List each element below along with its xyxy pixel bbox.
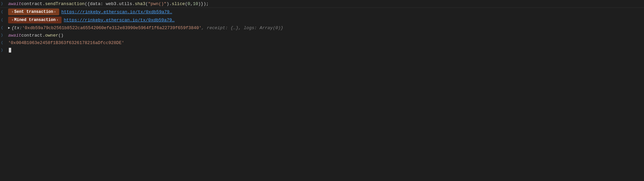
line-prefix-7: 〉 <box>0 48 7 52</box>
arrow-right-1: 〉 <box>1 2 3 6</box>
badge-chevron-left-sent: ‹ <box>12 10 14 14</box>
line-prefix-5: 〉 <box>0 33 7 37</box>
sent-transaction-badge: ‹ Sent transaction › <box>8 8 59 15</box>
line-content-1: await contract. sendTransaction ({data: … <box>7 1 644 6</box>
badge-chevron-right-mined: › <box>56 18 58 22</box>
code-normal-1b: ({data: web3.utils. <box>85 1 135 6</box>
code-normal-1f: , <box>190 1 193 6</box>
code-method-owner: owner <box>45 33 58 38</box>
code-normal-1c: ( <box>145 1 148 6</box>
mined-transaction-line: 〈 ‹ Mined transaction › https://rinkeby.… <box>0 16 644 24</box>
obj-brace-open: {tx: <box>12 25 22 31</box>
code-await-5: await <box>8 33 21 38</box>
code-normal-1d: ). <box>166 1 172 6</box>
code-number-0: 0 <box>188 1 190 6</box>
input-line-5: 〉 await contract. owner () <box>0 32 644 39</box>
owner-address-value: '0x004B1063e2458f1B363f6326178216aDfcc92… <box>8 40 124 45</box>
arrow-right-7: 〉 <box>1 48 3 52</box>
sent-transaction-label: Sent transaction <box>14 9 53 14</box>
line-prefix-3: 〈 <box>0 18 7 22</box>
arrow-left-2: 〈 <box>1 10 3 14</box>
code-number-10: 10 <box>193 1 198 6</box>
arrow-left-3: 〈 <box>1 18 3 22</box>
cursor <box>9 48 11 53</box>
arrow-left-6: 〈 <box>1 41 3 45</box>
line-content-6: '0x004B1063e2458f1B363f6326178216aDfcc92… <box>7 40 644 45</box>
sent-transaction-line: 〈 ‹ Sent transaction › https://rinkeby.e… <box>0 7 644 16</box>
code-method-slice: slice <box>172 1 185 6</box>
mined-transaction-link[interactable]: https://rinkeby.etherscan.io/tx/0xdb59a7… <box>64 18 175 23</box>
code-string-pwn: "pwn()" <box>148 1 167 6</box>
code-normal-5b: () <box>58 33 64 38</box>
line-prefix-4: 〈 <box>0 26 7 30</box>
object-output-line: 〈 ▶ {tx: '0xdb59a79cb2561b8522ca65542060… <box>0 24 644 32</box>
badge-chevron-left-mined: ‹ <box>12 18 14 22</box>
code-normal-5a: contract. <box>21 33 45 38</box>
line-prefix-2: 〈 <box>0 10 7 14</box>
line-content-5: await contract. owner () <box>7 33 644 38</box>
code-method-send: sendTransaction <box>45 1 85 6</box>
line-content-2: ‹ Sent transaction › https://rinkeby.eth… <box>7 8 644 15</box>
console-container: 〉 await contract. sendTransaction ({data… <box>0 0 644 181</box>
line-prefix-1: 〉 <box>0 2 7 6</box>
obj-rest: , receipt: {…}, logs: Array(0)} <box>202 25 283 31</box>
line-prefix-6: 〈 <box>0 41 7 45</box>
input-line-1: 〉 await contract. sendTransaction ({data… <box>0 0 644 7</box>
expand-triangle[interactable]: ▶ <box>8 26 10 30</box>
sent-transaction-link[interactable]: https://rinkeby.etherscan.io/tx/0xdb59a7… <box>61 9 172 15</box>
badge-chevron-right-sent: › <box>54 10 56 14</box>
obj-tx-hash: '0xdb59a79cb2561b8522ca65542060efe312e83… <box>22 25 202 31</box>
code-normal-1e: ( <box>185 1 188 6</box>
arrow-right-5: 〉 <box>1 33 3 37</box>
cursor-line[interactable]: 〉 <box>0 46 644 54</box>
code-await-1: await <box>8 1 21 6</box>
arrow-left-4: 〈 <box>1 26 3 30</box>
mined-transaction-badge: ‹ Mined transaction › <box>8 17 62 23</box>
code-normal-1a: contract. <box>21 1 45 6</box>
line-content-7 <box>7 48 644 53</box>
line-content-3: ‹ Mined transaction › https://rinkeby.et… <box>7 17 644 23</box>
line-content-4: ▶ {tx: '0xdb59a79cb2561b8522ca65542060ef… <box>7 25 644 31</box>
code-method-sha3: sha3 <box>135 1 145 6</box>
mined-transaction-label: Mined transaction <box>14 18 55 22</box>
owner-output-line: 〈 '0x004B1063e2458f1B363f6326178216aDfcc… <box>0 39 644 46</box>
code-normal-1g: )}); <box>198 1 209 6</box>
